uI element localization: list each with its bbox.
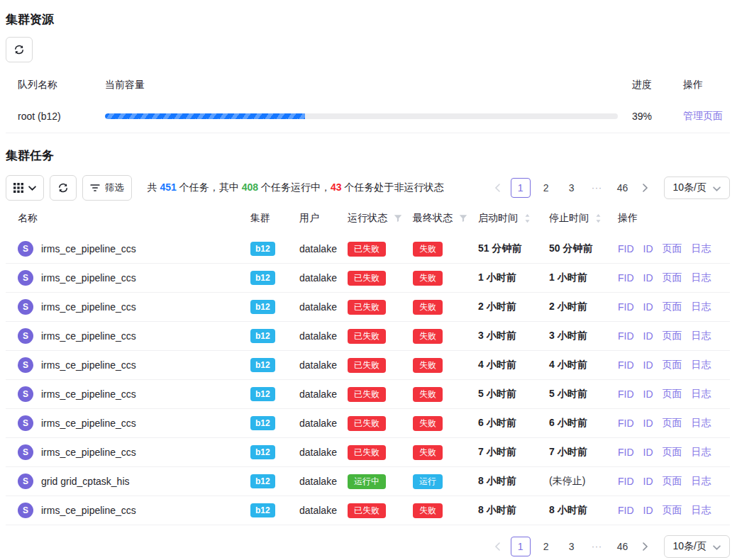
run-status-badge: 已失败 — [348, 358, 386, 373]
id-link[interactable]: ID — [643, 388, 653, 400]
log-link[interactable]: 日志 — [692, 301, 711, 313]
fid-link[interactable]: FID — [618, 418, 634, 429]
log-link[interactable]: 日志 — [692, 417, 711, 430]
page-number-46[interactable]: 46 — [613, 178, 633, 198]
page-size-select[interactable]: 10条/页 — [664, 177, 730, 199]
progress-header: 进度 — [632, 79, 667, 91]
fid-link[interactable]: FID — [618, 505, 634, 516]
user-name: datalake — [299, 330, 348, 342]
table-row: S irms_ce_pipeline_ccs b12 datalake 已失败 … — [6, 293, 730, 322]
page-link[interactable]: 页面 — [663, 271, 682, 284]
resources-table-header: 队列名称 当前容量 进度 操作 — [6, 71, 730, 99]
page-number-2[interactable]: 2 — [536, 537, 556, 556]
id-link[interactable]: ID — [643, 272, 653, 284]
final-status-badge: 失败 — [413, 300, 443, 315]
log-link[interactable]: 日志 — [692, 504, 711, 517]
cluster-tasks-section: 集群任务 — [6, 147, 730, 558]
page-number-1[interactable]: 1 — [511, 537, 531, 556]
task-type-avatar: S — [18, 415, 33, 431]
next-page-button[interactable] — [636, 537, 655, 556]
page-number-46[interactable]: 46 — [613, 537, 633, 556]
chevron-down-icon — [713, 541, 721, 552]
id-link[interactable]: ID — [643, 476, 653, 487]
page-link[interactable]: 页面 — [663, 301, 682, 313]
page-link[interactable]: 页面 — [663, 330, 682, 342]
id-link[interactable]: ID — [643, 505, 653, 516]
capacity-progress-bar — [105, 113, 618, 119]
cluster-tag: b12 — [250, 358, 275, 372]
page-link[interactable]: 页面 — [663, 417, 682, 430]
view-mode-button[interactable] — [6, 175, 44, 201]
log-link[interactable]: 日志 — [692, 271, 711, 284]
filter-button[interactable]: 筛选 — [82, 175, 132, 201]
table-row: S grid grid_cptask_his b12 datalake 运行中 … — [6, 467, 730, 496]
sorter-icon[interactable] — [524, 213, 531, 223]
id-link[interactable]: ID — [643, 359, 653, 371]
task-name: irms_ce_pipeline_ccs — [41, 272, 136, 284]
name-header: 名称 — [6, 212, 250, 225]
run-status-badge: 已失败 — [348, 387, 386, 402]
page-link[interactable]: 页面 — [663, 504, 682, 517]
filter-button-label: 筛选 — [105, 181, 124, 194]
id-link[interactable]: ID — [643, 301, 653, 313]
fid-link[interactable]: FID — [618, 476, 634, 487]
log-link[interactable]: 日志 — [692, 330, 711, 342]
page-number-3[interactable]: 3 — [562, 537, 582, 556]
page-ellipsis[interactable]: ··· — [587, 178, 607, 198]
log-link[interactable]: 日志 — [692, 359, 711, 371]
total-count: 451 — [160, 181, 177, 193]
fid-link[interactable]: FID — [618, 301, 634, 313]
stop-time: 50 分钟前 — [549, 242, 618, 255]
id-link[interactable]: ID — [643, 330, 653, 342]
page-link[interactable]: 页面 — [663, 446, 682, 459]
page-link[interactable]: 页面 — [663, 242, 682, 255]
log-link[interactable]: 日志 — [692, 242, 711, 255]
sorter-icon[interactable] — [595, 213, 602, 223]
queue-name: root (b12) — [6, 111, 105, 122]
page-number-3[interactable]: 3 — [562, 178, 582, 198]
log-link[interactable]: 日志 — [692, 446, 711, 459]
final-status-header: 最终状态 — [413, 212, 453, 225]
task-name: irms_ce_pipeline_ccs — [41, 388, 136, 400]
refresh-tasks-button[interactable] — [50, 175, 77, 201]
cluster-tag: b12 — [250, 416, 275, 430]
cluster-tag: b12 — [250, 329, 275, 343]
fid-link[interactable]: FID — [618, 272, 634, 284]
next-page-button[interactable] — [636, 178, 655, 198]
run-status-badge: 已失败 — [348, 416, 386, 431]
table-row: S irms_ce_pipeline_ccs b12 datalake 已失败 … — [6, 380, 730, 409]
log-link[interactable]: 日志 — [692, 388, 711, 401]
page-link[interactable]: 页面 — [663, 388, 682, 401]
pagination: 123···4610条/页 — [488, 535, 730, 558]
cluster-tag: b12 — [250, 474, 275, 488]
page-number-1[interactable]: 1 — [511, 178, 531, 198]
refresh-button[interactable] — [6, 37, 33, 62]
fid-link[interactable]: FID — [618, 243, 634, 254]
page-size-select[interactable]: 10条/页 — [664, 535, 730, 558]
page-number-2[interactable]: 2 — [536, 178, 556, 198]
fid-link[interactable]: FID — [618, 388, 634, 400]
start-time: 8 小时前 — [478, 475, 549, 488]
manage-page-link[interactable]: 管理页面 — [683, 110, 723, 121]
fid-link[interactable]: FID — [618, 330, 634, 342]
fid-link[interactable]: FID — [618, 359, 634, 371]
page-link[interactable]: 页面 — [663, 475, 682, 488]
user-name: datalake — [299, 359, 348, 371]
user-name: datalake — [299, 505, 348, 516]
user-name: datalake — [299, 418, 348, 429]
final-status-badge: 失败 — [413, 503, 443, 518]
id-link[interactable]: ID — [643, 418, 653, 429]
task-type-avatar: S — [18, 357, 33, 373]
page-link[interactable]: 页面 — [663, 359, 682, 371]
page-ellipsis[interactable]: ··· — [587, 537, 607, 556]
prev-page-button[interactable] — [488, 178, 508, 198]
task-name: grid grid_cptask_his — [41, 476, 130, 487]
log-link[interactable]: 日志 — [692, 475, 711, 488]
filter-funnel-icon[interactable] — [394, 214, 402, 223]
filter-funnel-icon[interactable] — [459, 214, 467, 223]
id-link[interactable]: ID — [643, 243, 653, 254]
stop-time: 6 小时前 — [549, 417, 618, 430]
id-link[interactable]: ID — [643, 447, 653, 458]
prev-page-button[interactable] — [488, 537, 508, 556]
fid-link[interactable]: FID — [618, 447, 634, 458]
